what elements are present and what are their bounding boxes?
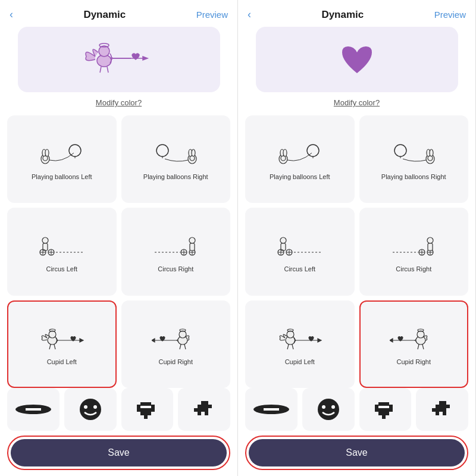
r-balloon-left-icon <box>276 142 324 167</box>
left-cupid-left-item[interactable]: Cupid Left <box>7 300 117 388</box>
left-pixel-item-4[interactable] <box>178 388 230 431</box>
left-save-button[interactable]: Save <box>11 439 227 466</box>
svg-rect-72 <box>201 405 205 408</box>
right-save-btn-wrap: Save <box>245 436 468 470</box>
right-save-button[interactable]: Save <box>249 439 465 466</box>
cupid-preview-icon <box>77 36 161 83</box>
svg-rect-67 <box>148 412 151 415</box>
svg-rect-138 <box>378 412 382 415</box>
r-pixel-bird-icon <box>421 397 463 421</box>
svg-line-6 <box>100 67 101 73</box>
svg-rect-131 <box>386 402 389 406</box>
pixel-smiley-icon <box>70 397 111 421</box>
svg-rect-74 <box>208 405 212 408</box>
left-pixel-item-2[interactable] <box>64 388 117 431</box>
svg-line-48 <box>180 345 181 349</box>
left-preview-area <box>18 27 220 92</box>
svg-point-85 <box>307 145 319 156</box>
r-pixel-heart-icon <box>364 397 406 421</box>
r-cupid-left-icon <box>276 327 324 352</box>
svg-rect-75 <box>194 408 198 412</box>
right-cupid-right-label: Cupid Right <box>397 358 431 365</box>
r-pixel-dash-icon <box>250 397 292 421</box>
left-cupid-right-item[interactable]: Cupid Right <box>121 300 231 388</box>
right-pixel-item-2[interactable] <box>302 388 355 431</box>
svg-marker-44 <box>152 339 155 342</box>
right-panel: ‹ Dynamic Preview Modify color? <box>238 0 476 476</box>
right-balloon-left-label: Playing balloons Left <box>270 173 330 180</box>
svg-rect-61 <box>140 408 144 412</box>
right-circus-right-item[interactable]: Circus Right <box>359 208 469 295</box>
right-pixel-item-1[interactable] <box>245 388 298 431</box>
right-balloon-left-item[interactable]: Playing balloons Left <box>245 115 355 203</box>
svg-rect-69 <box>201 401 205 405</box>
right-header: ‹ Dynamic Preview <box>245 0 468 27</box>
right-balloon-right-item[interactable]: Playing balloons Right <box>359 115 469 203</box>
right-back-button[interactable]: ‹ <box>248 8 251 21</box>
left-panel: ‹ Dynamic Preview <box>0 0 238 476</box>
svg-point-110 <box>287 331 294 338</box>
left-bottom-row <box>7 388 230 431</box>
svg-rect-150 <box>439 408 443 412</box>
left-pixel-item-1[interactable] <box>7 388 60 431</box>
right-modify-color[interactable]: Modify color? <box>334 98 380 107</box>
svg-rect-66 <box>144 412 148 415</box>
left-back-button[interactable]: ‹ <box>10 8 13 21</box>
right-cupid-left-item[interactable]: Cupid Left <box>245 300 355 388</box>
right-circus-left-item[interactable]: Circus Left <box>245 208 355 295</box>
svg-point-127 <box>331 405 335 409</box>
cupid-left-icon <box>38 327 86 352</box>
svg-rect-147 <box>446 405 450 408</box>
svg-line-49 <box>184 345 186 349</box>
svg-rect-143 <box>443 401 446 405</box>
balloon-left-icon <box>38 142 86 167</box>
svg-point-125 <box>318 399 339 420</box>
svg-point-53 <box>84 405 87 409</box>
svg-rect-136 <box>386 408 389 412</box>
left-circus-left-item[interactable]: Circus Left <box>7 208 117 295</box>
svg-rect-73 <box>205 405 208 408</box>
svg-rect-148 <box>432 408 436 412</box>
right-pixel-item-3[interactable] <box>359 388 412 431</box>
right-bottom-row <box>245 388 468 431</box>
right-balloon-right-label: Playing balloons Right <box>381 173 446 180</box>
right-cupid-right-item[interactable]: Cupid Right <box>359 300 469 388</box>
svg-rect-71 <box>198 405 201 408</box>
svg-point-10 <box>45 149 49 156</box>
svg-rect-141 <box>382 415 386 419</box>
svg-rect-76 <box>198 408 201 412</box>
svg-rect-62 <box>144 408 148 412</box>
left-preview-button[interactable]: Preview <box>196 10 228 20</box>
right-circus-left-label: Circus Left <box>284 265 315 273</box>
left-balloon-right-label: Playing balloons Right <box>143 173 208 180</box>
svg-rect-60 <box>137 408 140 412</box>
left-circus-right-item[interactable]: Circus Right <box>121 208 231 295</box>
left-balloon-left-item[interactable]: Playing balloons Left <box>7 115 117 203</box>
svg-rect-146 <box>443 405 446 408</box>
svg-line-42 <box>54 345 55 349</box>
right-pixel-item-4[interactable] <box>416 388 468 431</box>
svg-rect-58 <box>148 402 151 406</box>
svg-point-54 <box>93 405 97 409</box>
svg-point-111 <box>287 329 293 331</box>
right-cupid-left-label: Cupid Left <box>285 358 315 365</box>
svg-line-121 <box>418 345 419 349</box>
left-balloon-right-item[interactable]: Playing balloons Right <box>121 115 231 203</box>
svg-point-38 <box>49 329 55 331</box>
svg-point-11 <box>43 156 48 161</box>
svg-rect-124 <box>264 408 279 411</box>
svg-point-90 <box>428 156 433 161</box>
heart-preview-icon <box>336 40 378 79</box>
left-modify-color[interactable]: Modify color? <box>96 98 142 107</box>
left-pixel-item-3[interactable] <box>121 388 174 431</box>
svg-rect-70 <box>205 401 208 405</box>
svg-line-7 <box>107 67 108 73</box>
svg-rect-79 <box>198 412 201 415</box>
svg-rect-68 <box>144 415 148 419</box>
svg-point-46 <box>179 331 186 338</box>
r-pixel-smiley-icon <box>308 397 349 421</box>
svg-point-34 <box>189 237 195 243</box>
right-preview-button[interactable]: Preview <box>434 10 466 20</box>
circus-right-icon <box>152 234 199 259</box>
r-balloon-right-icon <box>390 142 437 167</box>
